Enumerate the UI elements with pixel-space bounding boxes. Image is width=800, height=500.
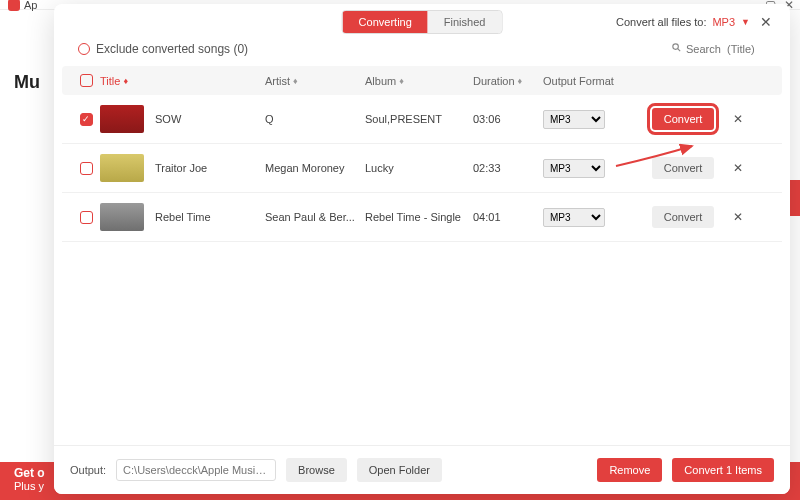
tab-group: Converting Finished xyxy=(342,10,503,34)
modal-footer: Output: C:\Users\decck\Apple Music... Br… xyxy=(54,445,790,494)
modal-close-button[interactable]: ✕ xyxy=(756,14,776,30)
tab-finished[interactable]: Finished xyxy=(428,11,502,33)
remove-button[interactable]: Remove xyxy=(597,458,662,482)
song-album: Soul,PRESENT xyxy=(365,113,473,125)
format-select[interactable]: MP3 xyxy=(543,159,605,178)
sort-icon: ♦ xyxy=(399,76,404,86)
header-duration[interactable]: Duration♦ xyxy=(473,75,543,87)
album-art-thumbnail xyxy=(100,105,144,133)
song-title: SOW xyxy=(155,113,181,125)
bg-brand: Mu xyxy=(14,72,40,93)
song-duration: 02:33 xyxy=(473,162,543,174)
convert-all-label: Convert all files to: xyxy=(616,16,706,28)
app-title: Ap xyxy=(24,0,37,11)
convert-button[interactable]: Convert xyxy=(652,157,715,179)
row-checkbox[interactable] xyxy=(80,162,93,175)
app-logo-icon xyxy=(8,0,20,11)
sort-icon: ♦ xyxy=(293,76,298,86)
song-artist: Megan Moroney xyxy=(265,162,365,174)
convert-all-control: Convert all files to: MP3 ▼ ✕ xyxy=(616,14,776,30)
select-all-checkbox[interactable] xyxy=(80,74,93,87)
remove-row-button[interactable]: ✕ xyxy=(733,112,743,126)
convert-button[interactable]: Convert xyxy=(652,206,715,228)
svg-line-5 xyxy=(678,49,681,52)
song-duration: 03:06 xyxy=(473,113,543,125)
convert-button[interactable]: Convert xyxy=(652,108,715,130)
tab-converting[interactable]: Converting xyxy=(343,11,428,33)
header-album[interactable]: Album♦ xyxy=(365,75,473,87)
song-title: Traitor Joe xyxy=(155,162,207,174)
album-art-thumbnail xyxy=(100,154,144,182)
song-album: Rebel Time - Single xyxy=(365,211,473,223)
search-input[interactable] xyxy=(686,43,766,55)
table-header: Title♦ Artist♦ Album♦ Duration♦ Output F… xyxy=(62,66,782,95)
sort-icon: ♦ xyxy=(518,76,523,86)
header-output-format: Output Format xyxy=(543,75,638,87)
search-icon xyxy=(671,42,682,55)
browse-button[interactable]: Browse xyxy=(286,458,347,482)
header-title[interactable]: Title♦ xyxy=(100,75,265,87)
table-row: Traitor Joe Megan Moroney Lucky 02:33 MP… xyxy=(62,144,782,193)
row-checkbox[interactable] xyxy=(80,211,93,224)
album-art-thumbnail xyxy=(100,203,144,231)
song-duration: 04:01 xyxy=(473,211,543,223)
radio-icon xyxy=(78,43,90,55)
song-table: Title♦ Artist♦ Album♦ Duration♦ Output F… xyxy=(54,66,790,445)
song-artist: Q xyxy=(265,113,365,125)
format-select[interactable]: MP3 xyxy=(543,208,605,227)
modal-header: Converting Finished Convert all files to… xyxy=(54,4,790,38)
row-checkbox[interactable]: ✓ xyxy=(80,113,93,126)
exclude-toggle[interactable]: Exclude converted songs (0) xyxy=(78,42,248,56)
table-row: Rebel Time Sean Paul & Ber... Rebel Time… xyxy=(62,193,782,242)
search-box[interactable] xyxy=(671,42,766,56)
sort-icon: ♦ xyxy=(123,76,128,86)
open-folder-button[interactable]: Open Folder xyxy=(357,458,442,482)
exclude-label: Exclude converted songs (0) xyxy=(96,42,248,56)
convert-all-value[interactable]: MP3 xyxy=(712,16,735,28)
output-path[interactable]: C:\Users\decck\Apple Music... xyxy=(116,459,276,481)
song-album: Lucky xyxy=(365,162,473,174)
remove-row-button[interactable]: ✕ xyxy=(733,210,743,224)
song-title: Rebel Time xyxy=(155,211,211,223)
convert-items-button[interactable]: Convert 1 Items xyxy=(672,458,774,482)
header-artist[interactable]: Artist♦ xyxy=(265,75,365,87)
remove-row-button[interactable]: ✕ xyxy=(733,161,743,175)
table-row: ✓ SOW Q Soul,PRESENT 03:06 MP3 Convert ✕ xyxy=(62,95,782,144)
output-label: Output: xyxy=(70,464,106,476)
chevron-down-icon[interactable]: ▼ xyxy=(741,17,750,27)
modal-toolbar: Exclude converted songs (0) xyxy=(54,38,790,66)
format-select[interactable]: MP3 xyxy=(543,110,605,129)
song-artist: Sean Paul & Ber... xyxy=(265,211,365,223)
table-body: ✓ SOW Q Soul,PRESENT 03:06 MP3 Convert ✕… xyxy=(62,95,782,242)
converter-modal: Converting Finished Convert all files to… xyxy=(54,4,790,494)
svg-point-4 xyxy=(673,44,679,50)
